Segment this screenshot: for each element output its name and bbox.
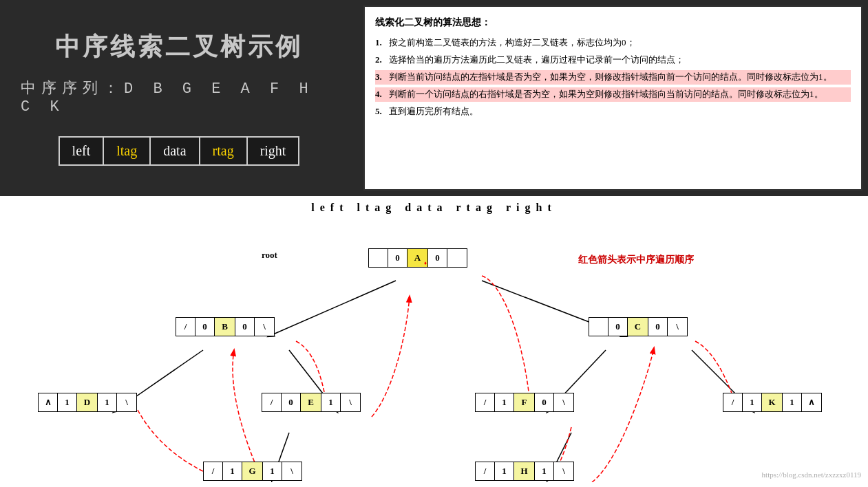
cell-K-data: K bbox=[762, 393, 783, 411]
cell-F-rtag: 0 bbox=[535, 393, 554, 411]
algo-title: 线索化二叉树的算法思想： bbox=[375, 15, 851, 30]
cell-D-right: \ bbox=[117, 393, 136, 411]
algo-list: 1. 按之前构造二叉链表的方法，构造好二叉链表，标志位均为0； 2. 选择恰当的… bbox=[375, 36, 851, 118]
algo-step-3: 3. 判断当前访问结点的左指针域是否为空，如果为空，则修改指针域指向前一个访问的… bbox=[375, 70, 851, 85]
node-cell-ltag: ltag bbox=[104, 138, 151, 164]
cell-K-left: / bbox=[723, 393, 743, 411]
algo-step-2: 2. 选择恰当的遍历方法遍历此二叉链表，遍历过程中记录前一个访问的结点； bbox=[375, 53, 851, 67]
node-cell-rtag: rtag bbox=[200, 138, 248, 164]
watermark: https://blog.csdn.net/zxzzxz0119 bbox=[762, 470, 861, 479]
cell-F-right: \ bbox=[554, 393, 573, 411]
main-title: 中序线索二叉树示例 bbox=[55, 30, 303, 64]
node-E: / 0 E 1 \ bbox=[262, 393, 361, 412]
tree-container: root 红色箭头表示中序遍历顺序 0 A ♦ 0 / 0 B 0 \ 0 C bbox=[0, 214, 868, 482]
cell-B-left: / bbox=[176, 318, 195, 336]
cell-C-left bbox=[589, 318, 608, 336]
cell-D-data: D bbox=[77, 393, 98, 411]
cell-F-data: F bbox=[514, 393, 535, 411]
cell-A-rtag: 0 bbox=[428, 249, 447, 267]
top-section: 中序线索二叉树示例 中序序列：D B G E A F H C K left lt… bbox=[0, 0, 868, 196]
left-panel: 中序线索二叉树示例 中序序列：D B G E A F H C K left lt… bbox=[0, 0, 358, 196]
node-F: / 1 F 0 \ bbox=[475, 393, 574, 412]
cell-E-data: E bbox=[301, 393, 321, 411]
cell-A-data: A ♦ bbox=[407, 249, 428, 267]
algo-step-1: 1. 按之前构造二叉链表的方法，构造好二叉链表，标志位均为0； bbox=[375, 36, 851, 50]
cell-H-data: H bbox=[514, 462, 535, 480]
cell-E-left: / bbox=[262, 393, 282, 411]
cell-H-rtag: 1 bbox=[535, 462, 554, 480]
node-H: / 1 H 1 \ bbox=[475, 462, 574, 481]
cell-K-right: ∧ bbox=[802, 393, 821, 411]
cell-H-ltag: 1 bbox=[495, 462, 514, 480]
node-B: / 0 B 0 \ bbox=[176, 317, 275, 336]
cell-D-rtag: 1 bbox=[98, 393, 117, 411]
red-annotation: 红色箭头表示中序遍历顺序 bbox=[578, 254, 694, 266]
cell-B-rtag: 0 bbox=[235, 318, 255, 336]
node-cell-right: right bbox=[248, 138, 299, 164]
node-D: ∧ 1 D 1 \ bbox=[38, 393, 137, 412]
algo-step-4: 4. 判断前一个访问结点的右指针域是否为空，如果为空则修改指针域指向当前访问的结… bbox=[375, 87, 851, 102]
cell-H-right: \ bbox=[554, 462, 573, 480]
cell-K-ltag: 1 bbox=[743, 393, 762, 411]
cell-G-data: G bbox=[242, 462, 263, 480]
node-G: / 1 G 1 \ bbox=[203, 462, 302, 481]
cell-K-rtag: 1 bbox=[783, 393, 802, 411]
cell-C-data: C bbox=[628, 318, 648, 336]
cell-D-ltag: 1 bbox=[58, 393, 77, 411]
sequence-label: 中序序列：D B G E A F H C K bbox=[21, 78, 337, 116]
cell-C-rtag: 0 bbox=[648, 318, 668, 336]
cell-E-rtag: 1 bbox=[321, 393, 341, 411]
node-K: / 1 K 1 ∧ bbox=[723, 393, 822, 412]
cell-B-right: \ bbox=[255, 318, 274, 336]
cell-A-right bbox=[447, 249, 467, 267]
root-label: root bbox=[262, 250, 277, 261]
svg-line-0 bbox=[268, 281, 396, 336]
cell-G-rtag: 1 bbox=[263, 462, 282, 480]
cell-G-ltag: 1 bbox=[223, 462, 242, 480]
cell-G-left: / bbox=[204, 462, 223, 480]
cell-A-left bbox=[369, 249, 388, 267]
node-A: 0 A ♦ 0 bbox=[368, 248, 467, 268]
node-cell-data: data bbox=[151, 138, 200, 164]
cell-A-ltag: 0 bbox=[388, 249, 407, 267]
cell-B-ltag: 0 bbox=[195, 318, 215, 336]
node-structure: left ltag data rtag right bbox=[59, 136, 300, 166]
cell-B-data: B bbox=[215, 318, 235, 336]
cell-H-left: / bbox=[476, 462, 495, 480]
node-cell-left: left bbox=[60, 138, 105, 164]
algo-step-5: 5. 直到遍历完所有结点。 bbox=[375, 105, 851, 119]
cell-G-right: \ bbox=[282, 462, 301, 480]
tree-header: left ltag data rtag right bbox=[0, 196, 868, 214]
cell-E-ltag: 0 bbox=[282, 393, 301, 411]
bottom-section: left ltag data rtag right bbox=[0, 196, 868, 487]
cell-D-left: ∧ bbox=[39, 393, 58, 411]
cell-C-right: \ bbox=[668, 318, 687, 336]
cell-C-ltag: 0 bbox=[608, 318, 628, 336]
cell-F-left: / bbox=[476, 393, 495, 411]
cell-E-right: \ bbox=[341, 393, 360, 411]
algorithm-panel: 线索化二叉树的算法思想： 1. 按之前构造二叉链表的方法，构造好二叉链表，标志位… bbox=[363, 6, 862, 191]
node-C: 0 C 0 \ bbox=[589, 317, 688, 336]
cell-F-ltag: 1 bbox=[495, 393, 514, 411]
